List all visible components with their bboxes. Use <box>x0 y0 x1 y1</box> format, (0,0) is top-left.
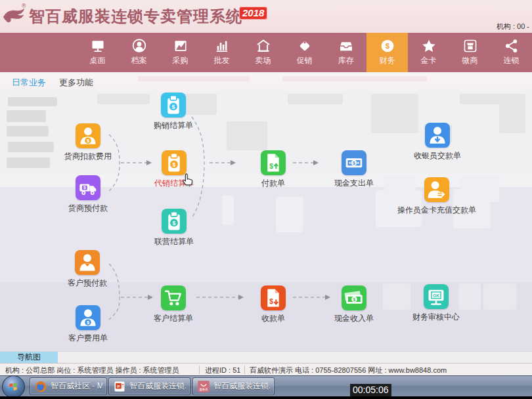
flow-node-joint-settlement[interactable]: $ 联营结算单 <box>125 209 223 247</box>
star-icon <box>420 37 437 54</box>
flow-node-consignment-settlement[interactable]: $ 代销结算单 <box>125 150 223 189</box>
svg-text:$: $ <box>172 104 175 110</box>
windows-logo-icon <box>7 380 20 393</box>
toolbar-item-goldcard[interactable]: 金卡 <box>408 33 449 72</box>
org-label: 机构 : 00 - <box>497 22 529 32</box>
person-dollar-icon: $ <box>76 123 100 148</box>
ghost-shape <box>483 284 516 310</box>
person-icon <box>75 250 100 275</box>
flow-node-customer-fee[interactable]: $ 客户费用单 <box>39 305 137 344</box>
firefox-icon <box>34 380 47 393</box>
status-bar: 机构 : 公司总部 岗位 : 系统管理员 操作员 : 系统管理员 进程ID : … <box>0 363 532 375</box>
flow-node-label: 客户结算单 <box>124 313 223 324</box>
banknotes-icon: $ <box>342 285 366 310</box>
toolbar-label: 微商 <box>449 55 491 66</box>
svg-text:$: $ <box>269 298 273 305</box>
svg-text:OK: OK <box>433 293 439 298</box>
status-process-id: 进程ID : 51 <box>205 366 240 375</box>
toolbar-label: 金卡 <box>408 55 449 66</box>
toolbar-item-archives[interactable]: 档案 <box>118 33 160 72</box>
tab-row: 日常业务 更多功能 <box>0 72 532 93</box>
ghost-shape <box>276 197 303 232</box>
ghost-shape <box>288 94 343 104</box>
flow-node-customer-settlement[interactable]: 客户结算单 <box>124 285 223 324</box>
toolbar-item-inventory[interactable]: 库存 <box>325 33 366 72</box>
desktop-icon <box>89 37 106 54</box>
flow-node-label: 客户预付款 <box>38 278 137 289</box>
truck-dollar-icon: $ <box>76 175 100 200</box>
toolbar-label: 卖场 <box>242 55 284 66</box>
toolbar-item-weshop[interactable]: 微商 <box>449 33 491 72</box>
taskbar-button-label: 智百威服装连锁... <box>129 381 186 392</box>
monitor-ok-icon: OK <box>424 284 449 309</box>
toolbar-label: 连锁 <box>491 55 532 66</box>
taskbar-button-firefox-community[interactable]: 智百威社区 - Mo... <box>30 377 107 395</box>
taskbar: 智百威社区 - Mo... P 智百威服装连锁... 服装版 智百威服装连锁..… <box>0 375 532 397</box>
person-down-icon <box>425 123 450 148</box>
toolbar-item-promotion[interactable]: 促销 <box>284 33 325 72</box>
clipboard-dollar-icon: $ <box>161 93 186 117</box>
chart-image-icon <box>172 37 189 54</box>
flowchart-area: $ 购销结算单 $ 货商扣款费用 $ 代销结算单 $ 付款单 $ 现金支出单 收… <box>0 92 532 351</box>
ghost-shape <box>460 94 500 104</box>
document-dollar-down-icon: $ <box>261 285 286 310</box>
screen-edge <box>0 396 532 399</box>
registered-mark: ® <box>22 3 26 9</box>
toolbar-item-store[interactable]: 卖场 <box>242 33 284 72</box>
flow-node-supplier-deduction-fee[interactable]: $ 货商扣款费用 <box>39 123 137 162</box>
svg-text:$: $ <box>385 42 389 50</box>
bw-app-icon: 服装版 <box>197 380 210 393</box>
person-dollar-icon: $ <box>76 305 100 330</box>
svg-text:$: $ <box>83 185 86 190</box>
store-house-icon <box>255 37 272 54</box>
taskbar-button-powerpoint[interactable]: P 智百威服装连锁... <box>108 377 190 395</box>
flow-node-label: 货商扣款费用 <box>39 151 137 162</box>
svg-text:P: P <box>117 383 120 388</box>
tab-daily-business[interactable]: 日常业务 <box>12 77 46 89</box>
status-context: 机构 : 公司总部 岗位 : 系统管理员 操作员 : 系统管理员 <box>5 366 179 375</box>
flow-node-label: 客户费用单 <box>39 333 137 344</box>
app-title: 智百威服装连锁专卖管理系统 <box>29 6 242 27</box>
toolbar-item-finance[interactable]: $ 财务 <box>366 33 408 72</box>
toolbar-label: 财务 <box>366 55 408 66</box>
navigation-map-tab[interactable]: 导航图 <box>0 352 58 363</box>
tab-more-functions[interactable]: 更多功能 <box>59 77 93 89</box>
svg-text:$: $ <box>173 220 176 226</box>
flow-node-operator-card-recharge[interactable]: 操作员金卡充值交款单 <box>388 177 486 216</box>
ghost-shape <box>138 76 250 81</box>
ghost-shape <box>227 121 267 150</box>
flow-node-label: 财务审核中心 <box>387 312 485 323</box>
price-tag-icon <box>296 37 313 54</box>
toolbar-label: 档案 <box>118 55 160 66</box>
flow-node-cashier-payment[interactable]: 收银员交款单 <box>388 123 487 161</box>
toolbar-item-desktop[interactable]: 桌面 <box>77 33 118 72</box>
toolbar-item-chain[interactable]: 连锁 <box>491 33 532 72</box>
flow-node-purchase-sales-settlement[interactable]: $ 购销结算单 <box>124 93 223 131</box>
flow-node-finance-audit-center[interactable]: OK 财务审核中心 <box>387 284 485 323</box>
person-arrow-icon <box>424 177 449 202</box>
document-dollar-up-icon: $ <box>261 150 286 175</box>
application-window: ® 智百威服装连锁专卖管理系统 2018 机构 : 00 - 桌面 档案 采购 … <box>0 0 532 399</box>
inbox-icon <box>338 37 355 54</box>
toolbar-label: 采购 <box>160 55 201 66</box>
svg-text:$: $ <box>353 297 356 303</box>
recording-timer: 00:05:06 <box>350 384 391 396</box>
ghost-shape <box>499 94 525 133</box>
status-vendor-info: 百威软件演示 电话 : 0755-82807556 网址 : www.bw884… <box>250 366 447 375</box>
flow-node-label: 联营结算单 <box>125 236 223 247</box>
year-badge: 2018 <box>239 7 267 20</box>
ghost-shape <box>282 76 427 81</box>
flow-node-customer-prepayment[interactable]: 客户预付款 <box>38 250 137 289</box>
toolbar-item-wholesale[interactable]: 批发 <box>201 33 242 72</box>
bottom-tab-bar: 导航图 <box>0 351 532 363</box>
taskbar-button-bw-app[interactable]: 服装版 智百威服装连锁... <box>192 377 275 395</box>
flow-node-label: 操作员金卡充值交款单 <box>388 205 486 216</box>
share-nodes-icon <box>503 37 520 54</box>
main-toolbar: 桌面 档案 采购 批发 卖场 促销 库存 $ 财务 <box>0 33 532 72</box>
storefront-icon <box>462 37 479 54</box>
flow-node-label-highlighted: 代销结算单 <box>125 178 223 189</box>
powerpoint-icon: P <box>113 380 126 393</box>
windows-start-button[interactable] <box>2 375 25 398</box>
toolbar-item-purchase[interactable]: 采购 <box>160 33 201 72</box>
flow-node-supplier-prepayment[interactable]: $ 货商预付款 <box>39 175 137 214</box>
